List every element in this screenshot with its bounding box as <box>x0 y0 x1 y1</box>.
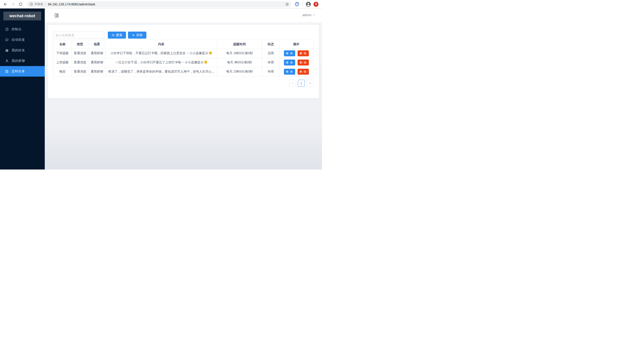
main-content: 搜索 添加 名称 类型 场景 内容 提醒时间 状态 操作 <box>45 23 322 170</box>
col-actions: 操作 <box>280 40 314 49</box>
toolbar: 搜索 添加 <box>53 32 314 39</box>
friends-icon <box>5 49 9 52</box>
edit-button[interactable]: 修 改 <box>284 69 295 75</box>
cell-type: 普通消息 <box>72 49 88 58</box>
table-row: 上班提醒 普通消息 通用群聊 一日之计在于晨，小伙伴们不要忘了上班打卡呦 -- … <box>53 58 314 67</box>
prev-page-button[interactable] <box>289 80 296 87</box>
schedule-icon <box>5 70 9 73</box>
browser-actions <box>293 2 320 7</box>
next-page-button[interactable] <box>306 80 314 87</box>
cell-time: 每天 18时0分第0秒 <box>217 49 262 58</box>
dashboard-icon <box>5 28 9 31</box>
update-icon[interactable] <box>313 2 319 7</box>
cell-type: 普通消息 <box>72 58 88 67</box>
omnibox-divider <box>46 3 46 6</box>
chevron-left-icon <box>291 82 294 85</box>
sidebar-item-5[interactable]: 定时任务 <box>0 66 45 77</box>
cell-time: 每天 9时0分第0秒 <box>217 58 262 67</box>
user-dropdown[interactable]: admin <box>302 13 315 17</box>
edit-button[interactable]: 修 改 <box>284 60 295 65</box>
chat-icon <box>5 38 9 42</box>
app-header: admin <box>45 9 322 23</box>
sidebar-item-4[interactable]: 我的群聊 <box>0 56 45 66</box>
forward-icon[interactable] <box>10 1 16 8</box>
cell-actions: 修 改 删 除 <box>280 49 314 58</box>
cell-status: 停用 <box>262 67 280 76</box>
cell-status: 启用 <box>262 49 280 58</box>
col-type: 类型 <box>72 40 88 49</box>
bookmark-star-icon[interactable] <box>285 2 289 6</box>
pagination: 1 <box>53 80 314 87</box>
username: admin <box>302 13 312 17</box>
search-icon <box>112 34 115 37</box>
col-scene: 场景 <box>88 40 106 49</box>
cell-content: 夜深了，该睡觉了，身体是革命的本钱，要知道茫茫人海中，还有人在关心... <box>106 67 217 76</box>
extension-icon[interactable] <box>294 2 300 7</box>
browser-toolbar: 不安全 94.191.126.174:8081/admin/task <box>0 0 322 9</box>
table-header-row: 名称 类型 场景 内容 提醒时间 状态 操作 <box>53 40 314 49</box>
sidebar-item-3[interactable]: 我的好友 <box>0 45 45 56</box>
profile-icon[interactable] <box>306 2 311 7</box>
delete-button[interactable]: 删 除 <box>298 69 308 75</box>
smiley-icon <box>204 61 208 64</box>
security-label[interactable]: 不安全 <box>34 2 43 6</box>
add-button[interactable]: 添加 <box>128 32 146 39</box>
edit-button[interactable]: 修 改 <box>284 50 295 56</box>
sidebar-item-2[interactable]: 自动回复 <box>0 35 45 45</box>
cell-type: 普通消息 <box>72 67 88 76</box>
task-panel: 搜索 添加 名称 类型 场景 内容 提醒时间 状态 操作 <box>48 25 319 98</box>
page-1-button[interactable]: 1 <box>298 80 305 87</box>
cell-actions: 修 改 删 除 <box>280 58 314 67</box>
cell-scene: 通用群聊 <box>88 49 106 58</box>
cell-content: 一日之计在于晨，小伙伴们不要忘了上班打卡呦 -- 小小温馨提示 <box>106 58 217 67</box>
plus-icon <box>132 34 135 37</box>
cell-scene: 通用群聊 <box>88 58 106 67</box>
reload-icon[interactable] <box>18 1 24 8</box>
app-logo: wechat-robot <box>3 12 41 20</box>
col-name: 名称 <box>53 40 72 49</box>
task-table: 名称 类型 场景 内容 提醒时间 状态 操作 下班提醒 普通消息 通用群聊 小伙… <box>53 40 314 76</box>
chevron-right-icon <box>308 82 312 85</box>
sidebar-item-1[interactable]: 控制台 <box>0 24 45 35</box>
cell-name: 晚安 <box>53 67 72 76</box>
cell-status: 停用 <box>262 58 280 67</box>
url-text[interactable]: 94.191.126.174:8081/admin/task <box>48 3 285 6</box>
col-status: 状态 <box>262 40 280 49</box>
cell-content: 小伙伴们下班啦，不要忘记打卡哦，回家路上注意安全 -- 小小温馨提示 <box>106 49 217 58</box>
collapse-menu-icon[interactable] <box>54 14 59 18</box>
toolbar-divider <box>302 2 303 6</box>
sidebar: wechat-robot 控制台 自动回复 我的好友 我的群聊 定时任务 <box>0 9 45 170</box>
chevron-down-icon <box>312 14 315 17</box>
app-logo-text: wechat-robot <box>10 14 35 18</box>
info-icon[interactable] <box>30 3 33 6</box>
search-input[interactable] <box>53 32 104 39</box>
col-content: 内容 <box>106 40 217 49</box>
group-icon <box>5 59 9 63</box>
delete-button[interactable]: 删 除 <box>298 60 308 65</box>
table-body: 下班提醒 普通消息 通用群聊 小伙伴们下班啦，不要忘记打卡哦，回家路上注意安全 … <box>53 49 314 76</box>
col-time: 提醒时间 <box>217 40 262 49</box>
cell-actions: 修 改 删 除 <box>280 67 314 76</box>
cell-name: 下班提醒 <box>53 49 72 58</box>
sidebar-menu: 控制台 自动回复 我的好友 我的群聊 定时任务 <box>0 24 45 77</box>
back-icon[interactable] <box>2 1 8 8</box>
delete-button[interactable]: 删 除 <box>298 50 308 56</box>
address-bar[interactable]: 不安全 94.191.126.174:8081/admin/task <box>27 1 291 8</box>
cell-time: 每天 23时0分第0秒 <box>217 67 262 76</box>
table-row: 下班提醒 普通消息 通用群聊 小伙伴们下班啦，不要忘记打卡哦，回家路上注意安全 … <box>53 49 314 58</box>
cell-scene: 通用群聊 <box>88 67 106 76</box>
cell-name: 上班提醒 <box>53 58 72 67</box>
table-row: 晚安 普通消息 通用群聊 夜深了，该睡觉了，身体是革命的本钱，要知道茫茫人海中，… <box>53 67 314 76</box>
smiley-icon <box>209 51 212 55</box>
search-button[interactable]: 搜索 <box>108 32 126 39</box>
